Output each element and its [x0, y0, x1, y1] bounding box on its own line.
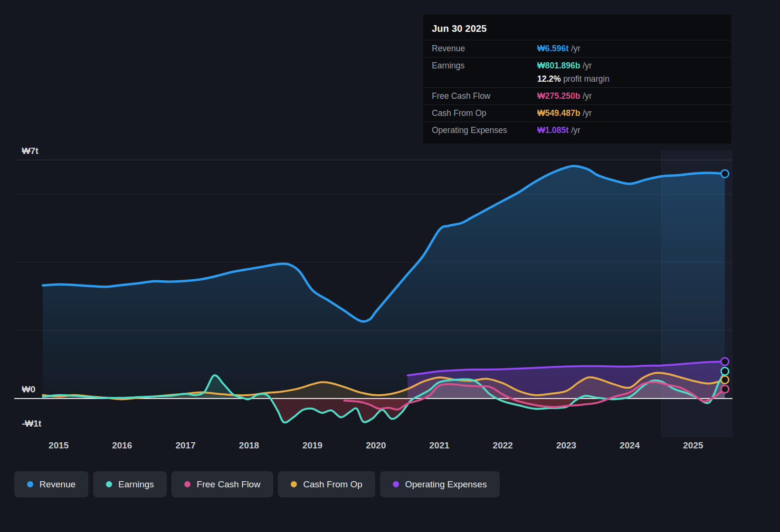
tooltip-row-free-cash-flow: Free Cash Flow ₩275.250b/yr [423, 87, 731, 104]
opex-suffix: /yr [571, 125, 580, 135]
revenue-end-marker[interactable] [721, 170, 729, 178]
revenue-value: ₩6.596t [537, 44, 569, 53]
x-axis-label-2018: 2018 [239, 440, 259, 450]
earnings-suffix: /yr [582, 61, 591, 70]
legend-dot-free-cash-flow [184, 481, 190, 487]
legend-label-revenue: Revenue [39, 479, 76, 490]
y-axis-label: -₩1t [22, 418, 42, 428]
legend-label-cash-from-op: Cash From Op [303, 479, 362, 490]
tooltip-value-fcf: ₩275.250b/yr [537, 91, 592, 101]
legend-dot-earnings [106, 481, 112, 487]
x-axis-label-2017: 2017 [175, 440, 195, 450]
y-axis-label: ₩0 [22, 384, 36, 394]
tooltip-row-revenue: Revenue ₩6.596t/yr [423, 40, 731, 57]
tooltip-row-earnings: Earnings ₩801.896b/yr [423, 57, 731, 74]
legend-item-operating-expenses[interactable]: Operating Expenses [380, 471, 500, 497]
tooltip-value-earnings: ₩801.896b/yr [537, 61, 592, 71]
legend-item-free-cash-flow[interactable]: Free Cash Flow [171, 471, 273, 497]
cash-from-op-end-marker[interactable] [721, 376, 729, 384]
tooltip-label-revenue: Revenue [432, 44, 537, 54]
fcf-suffix: /yr [582, 91, 591, 101]
cashop-value: ₩549.487b [537, 108, 580, 118]
y-axis-label: ₩7t [22, 146, 39, 156]
legend-item-cash-from-op[interactable]: Cash From Op [278, 471, 375, 497]
x-axis-label-2016: 2016 [112, 440, 132, 450]
operating-expenses-end-marker[interactable] [721, 358, 729, 365]
financial-history-chart-page: Jun 30 2025 Revenue ₩6.596t/yr Earnings … [0, 0, 780, 532]
legend-item-revenue[interactable]: Revenue [14, 471, 88, 497]
x-axis-label-2015: 2015 [48, 440, 69, 450]
x-axis-label-2022: 2022 [493, 440, 513, 450]
legend-dot-revenue [27, 481, 33, 487]
x-axis-label-2020: 2020 [366, 440, 386, 450]
tooltip-row-cash-from-op: Cash From Op ₩549.487b/yr [423, 104, 731, 122]
tooltip-label-fcf: Free Cash Flow [432, 91, 537, 101]
legend-dot-operating-expenses [393, 481, 399, 487]
x-axis-label-2024: 2024 [619, 440, 640, 450]
tooltip-value-opex: ₩1.085t/yr [537, 125, 580, 135]
profit-margin-suffix: profit margin [563, 74, 609, 84]
x-axis-label-2021: 2021 [429, 440, 450, 450]
legend-label-earnings: Earnings [118, 479, 154, 490]
x-axis-label-2019: 2019 [303, 440, 323, 450]
legend-dot-cash-from-op [291, 481, 297, 487]
tooltip-value-cashop: ₩549.487b/yr [537, 108, 592, 118]
opex-value: ₩1.085t [537, 125, 569, 135]
fcf-value: ₩275.250b [537, 91, 580, 101]
tooltip-label-cashop: Cash From Op [432, 108, 537, 118]
tooltip-label-opex: Operating Expenses [432, 125, 537, 135]
x-axis-label-2025: 2025 [683, 440, 704, 450]
cashop-suffix: /yr [582, 108, 591, 118]
tooltip-row-profit-margin: 12.2%profit margin [423, 74, 731, 87]
earnings-end-marker[interactable] [721, 368, 729, 375]
tooltip-date: Jun 30 2025 [423, 20, 731, 40]
x-axis-label-2023: 2023 [556, 440, 576, 450]
revenue-suffix: /yr [571, 44, 580, 53]
legend-label-free-cash-flow: Free Cash Flow [197, 479, 260, 490]
chart-legend: Revenue Earnings Free Cash Flow Cash Fro… [14, 471, 500, 497]
tooltip-label-earnings: Earnings [432, 61, 537, 71]
profit-margin-value: 12.2% [537, 74, 561, 84]
legend-item-earnings[interactable]: Earnings [93, 471, 167, 497]
tooltip-row-operating-expenses: Operating Expenses ₩1.085t/yr [423, 122, 731, 139]
free-cash-flow-end-marker[interactable] [721, 385, 729, 393]
earnings-revenue-chart[interactable]: ₩7t₩0-₩1t2015201620172018201920202021202… [0, 142, 780, 455]
legend-label-operating-expenses: Operating Expenses [405, 479, 487, 490]
earnings-value: ₩801.896b [537, 61, 580, 70]
chart-tooltip: Jun 30 2025 Revenue ₩6.596t/yr Earnings … [423, 14, 732, 144]
tooltip-value-revenue: ₩6.596t/yr [537, 44, 580, 54]
tooltip-value-margin: 12.2%profit margin [537, 74, 609, 84]
